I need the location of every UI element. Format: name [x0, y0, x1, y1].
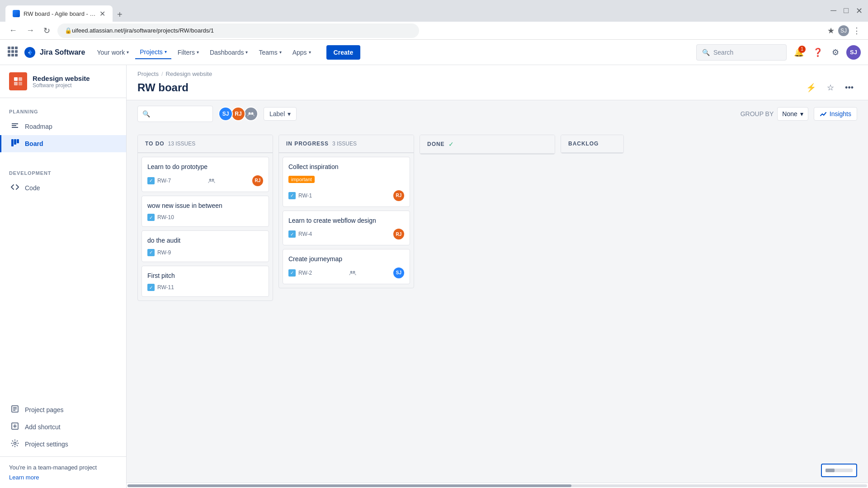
svg-rect-15 [17, 139, 19, 143]
column-header-inprogress: IN PROGRESS 3 ISSUES [279, 135, 414, 153]
insights-button[interactable]: Insights [814, 107, 857, 121]
svg-rect-8 [15, 54, 18, 56]
chevron-down-icon: ▾ [288, 110, 291, 117]
sidebar-item-label: Project pages [25, 406, 64, 413]
card-rw9[interactable]: do the audit ✓ RW-9 [142, 230, 269, 262]
code-icon [10, 183, 19, 193]
roadmap-icon [10, 122, 19, 131]
chevron-down-icon: ▾ [800, 110, 803, 117]
global-search[interactable]: 🔍 Search [696, 44, 787, 61]
star-button[interactable]: ☆ [823, 81, 838, 94]
scrollbar-track [127, 484, 867, 487]
add-icon [10, 422, 19, 432]
breadcrumb: Projects / Redesign website [137, 70, 857, 77]
new-tab-button[interactable]: + [113, 8, 126, 22]
card-rw7[interactable]: Learn to do prototype ✓ RW-7 RJ [142, 157, 269, 192]
nav-dashboards[interactable]: Dashboards ▾ [205, 46, 253, 59]
issue-type-icon: ✓ [147, 214, 155, 221]
sidebar-item-project-pages[interactable]: Project pages [0, 401, 126, 418]
sidebar-item-roadmap[interactable]: Roadmap [0, 118, 126, 135]
group-icon [349, 269, 357, 277]
bottom-scrollbar[interactable] [127, 483, 868, 488]
scrollbar-thumb[interactable] [127, 484, 571, 487]
groupby-select[interactable]: None ▾ [777, 107, 808, 121]
issue-type-icon: ✓ [147, 249, 155, 256]
jira-logo[interactable]: Jira Software [7, 46, 85, 59]
sidebar-item-code[interactable]: Code [0, 179, 126, 197]
card-rw10[interactable]: wow new issue in between ✓ RW-10 [142, 196, 269, 227]
active-tab[interactable]: RW board - Agile board - Jira ✕ [5, 5, 113, 22]
svg-rect-5 [15, 50, 18, 53]
card-rw11[interactable]: First pitch ✓ RW-11 [142, 266, 269, 297]
nav-filters[interactable]: Filters ▾ [173, 46, 203, 59]
card-rw4[interactable]: Learn to create webflow design ✓ RW-4 RJ [283, 211, 410, 246]
url-bar[interactable]: 🔒 uifeed.atlassian.net/jira/software/pro… [57, 23, 419, 38]
user-avatar-sj[interactable]: SJ [218, 107, 233, 121]
development-section: DEVELOPMENT Code [0, 160, 126, 204]
nav-your-work[interactable]: Your work ▾ [92, 46, 133, 59]
label-filter-button[interactable]: Label ▾ [264, 107, 297, 121]
groupby-area: GROUP BY None ▾ [741, 107, 808, 121]
chevron-down-icon: ▾ [245, 50, 248, 55]
svg-point-27 [212, 178, 214, 181]
issue-type-icon: ✓ [288, 192, 296, 199]
minimize-icon[interactable]: ─ [830, 6, 836, 16]
user-avatar-rj[interactable]: RJ [231, 107, 245, 121]
board-search[interactable]: 🔍 [137, 106, 213, 122]
card-footer: ✓ RW-1 RJ [288, 190, 404, 201]
column-title-todo: TO DO [145, 141, 165, 147]
breadcrumb-projects-link[interactable]: Projects [137, 70, 159, 77]
svg-point-23 [14, 442, 16, 445]
chevron-down-icon: ▾ [279, 50, 282, 55]
more-users-avatar[interactable] [244, 107, 258, 121]
learn-more-link[interactable]: Learn more [9, 474, 39, 481]
card-rw2[interactable]: Create journeymap ✓ RW-2 SJ [283, 249, 410, 284]
done-check-icon: ✓ [448, 141, 454, 148]
nav-teams[interactable]: Teams ▾ [254, 46, 286, 59]
help-button[interactable]: ❓ [811, 46, 825, 59]
svg-rect-1 [11, 47, 14, 49]
breadcrumb-project-link[interactable]: Redesign website [166, 70, 212, 77]
team-managed-msg: You're in a team-managed project [9, 464, 117, 471]
refresh-button[interactable]: ↻ [42, 24, 52, 38]
extensions-icon[interactable]: SJ [838, 25, 849, 36]
main-layout: Redesign website Software project PLANNI… [0, 65, 868, 488]
project-header: Redesign website Software project [0, 65, 126, 98]
maximize-icon[interactable]: □ [844, 6, 849, 16]
card-title: do the audit [147, 236, 263, 245]
sidebar-item-project-settings[interactable]: Project settings [0, 436, 126, 453]
scroll-indicator [821, 464, 857, 477]
card-footer: ✓ RW-2 SJ [288, 267, 404, 278]
column-done: DONE ✓ [420, 135, 555, 155]
svg-rect-7 [11, 54, 14, 56]
board-toolbar: 🔍 SJ RJ Label ▾ GROUP BY [127, 100, 868, 127]
sidebar-item-board[interactable]: Board [0, 135, 126, 152]
mini-scrollbar-thumb [826, 469, 835, 472]
close-icon[interactable]: ✕ [856, 6, 863, 16]
tab-bar: RW board - Agile board - Jira ✕ + [5, 0, 126, 22]
bookmark-icon[interactable]: ★ [827, 26, 835, 36]
back-button[interactable]: ← [7, 24, 19, 37]
user-avatar[interactable]: SJ [846, 45, 861, 60]
sidebar-item-add-shortcut[interactable]: Add shortcut [0, 418, 126, 436]
svg-rect-0 [8, 47, 10, 49]
nav-apps[interactable]: Apps ▾ [288, 46, 316, 59]
tab-title: RW board - Agile board - Jira [24, 10, 96, 17]
column-header-done: DONE ✓ [420, 135, 555, 154]
issue-type-icon: ✓ [147, 177, 155, 184]
tab-close-button[interactable]: ✕ [99, 9, 105, 18]
card-rw1[interactable]: Collect inspiration important ✓ RW-1 RJ [283, 157, 410, 207]
nav-projects[interactable]: Projects ▾ [135, 46, 171, 59]
board-search-input[interactable] [154, 110, 208, 117]
create-button[interactable]: Create [326, 45, 361, 60]
chevron-down-icon: ▾ [309, 50, 311, 55]
board-header: Projects / Redesign website RW board ⚡ ☆… [127, 65, 868, 100]
forward-button[interactable]: → [24, 24, 36, 37]
notifications-button[interactable]: 🔔 1 [792, 46, 806, 59]
settings-button[interactable]: ⚙ [830, 46, 841, 59]
svg-rect-2 [15, 47, 18, 49]
lightning-button[interactable]: ⚡ [802, 81, 820, 94]
more-options-button[interactable]: ••• [841, 81, 857, 94]
menu-icon[interactable]: ⋮ [853, 26, 861, 36]
card-footer: ✓ RW-9 [147, 249, 263, 256]
